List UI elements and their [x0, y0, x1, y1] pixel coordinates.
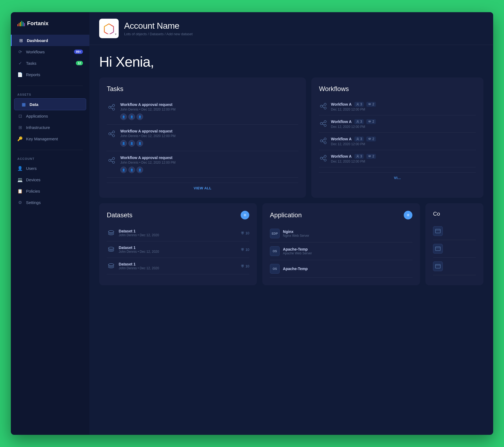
sidebar-item-settings[interactable]: ⚙ Settings	[11, 197, 89, 208]
dataset-name: Dataset 1	[119, 245, 237, 250]
workflow-item: Workflow A 3 2 Dec 12, 2020 12:00 PM	[319, 150, 476, 167]
app-icon-apache1: OS	[270, 246, 280, 256]
dataset-name: Dataset 1	[119, 229, 237, 233]
app-name: Apache-Temp	[283, 247, 412, 251]
app-item-partial	[433, 240, 476, 258]
app-item-partial	[433, 222, 476, 240]
svg-rect-58	[435, 247, 440, 251]
app-item: OS Apache-Temp	[270, 260, 412, 278]
logo-area: Fortanix	[11, 20, 89, 35]
app-icon-apache2: OS	[270, 264, 280, 274]
sidebar-item-applications[interactable]: ⊡ Applications	[11, 110, 89, 122]
sidebar-item-tasks[interactable]: ✓ Tasks 12	[11, 57, 89, 69]
svg-point-11	[109, 159, 111, 161]
svg-rect-56	[435, 229, 440, 233]
workflow-icon	[319, 154, 328, 163]
workflow-title-row: Workflow A 3 2	[331, 137, 476, 141]
workflow-users-badge: 3	[354, 119, 364, 124]
avatar: 👤	[137, 167, 143, 173]
workflow-item: Workflow A 3 2 Dec 12, 2020 12:00 PM	[319, 133, 476, 150]
dataset-icon	[107, 245, 115, 254]
account-logo-box[interactable]: ▾	[99, 19, 119, 38]
svg-line-26	[322, 122, 324, 123]
header-title-block: Account Name Lots of objects / Datasets …	[124, 21, 483, 36]
app-name: Apache-Temp	[283, 267, 412, 271]
app-sub: Nginx Web Server	[283, 234, 412, 238]
divider-1	[17, 86, 83, 86]
dataset-icon	[107, 262, 115, 270]
bottom-cards-row: Datasets + Dataset 1 John Dennis • Dec 1…	[99, 203, 483, 285]
workflow-users-badge: 3	[354, 102, 364, 107]
add-application-button[interactable]: +	[404, 211, 412, 219]
tasks-card: Tasks Workflow A approval request John D…	[99, 77, 306, 198]
svg-line-19	[322, 105, 324, 106]
workflows-card: Workflows Workflow A 3 2	[311, 77, 483, 198]
task-item: Workflow A approval request John Dennis …	[107, 125, 298, 151]
settings-icon: ⚙	[17, 200, 23, 205]
svg-point-31	[324, 138, 326, 140]
app-content: Apache-Temp	[283, 267, 412, 271]
workflows-card-title: Workflows	[319, 85, 476, 93]
applications-card-title: Application	[270, 211, 302, 219]
dataset-count: 10	[241, 264, 249, 268]
account-logo-symbol	[103, 23, 115, 34]
avatar: 👤	[120, 167, 127, 173]
svg-point-30	[320, 140, 322, 142]
add-dataset-button[interactable]: +	[241, 211, 249, 219]
task-content: Workflow A approval request John Dennis …	[120, 129, 298, 147]
assets-label: ASSETS	[11, 89, 89, 98]
sidebar-item-infrastructure[interactable]: ⊞ Infrastructure	[11, 122, 89, 133]
workflows-view-all[interactable]: VI...	[319, 172, 476, 180]
task-item: Workflow A approval request John Dennis …	[107, 98, 298, 125]
tasks-view-all[interactable]: VIEW ALL	[107, 183, 298, 190]
workflow-date: Dec 12, 2020 12:00 PM	[331, 142, 476, 146]
svg-point-2	[112, 104, 115, 106]
workflow-datasets-badge: 2	[366, 119, 376, 124]
account-section: ACCOUNT 👤 Users 💻 Devices 📋 Policies ⚙ S…	[11, 153, 89, 208]
svg-point-28	[357, 121, 358, 122]
task-meta: John Dennis • Dec 12, 2020 12:00 PM	[120, 161, 298, 164]
svg-point-39	[324, 159, 326, 161]
account-name: Account Name	[124, 21, 483, 31]
dataset-content: Dataset 1 John Dennis • Dec 12, 2020	[119, 262, 237, 270]
workflow-icon	[319, 119, 328, 128]
app-icon-partial3	[433, 261, 443, 271]
sidebar-item-policies[interactable]: 📋 Policies	[11, 185, 89, 197]
sidebar-item-workflows[interactable]: ⟳ Workflows 99+	[11, 46, 89, 57]
sidebar-item-reports[interactable]: 📄 Reports	[11, 69, 89, 80]
task-meta: John Dennis • Dec 12, 2020 12:00 PM	[120, 108, 298, 111]
workflow-title-row: Workflow A 3 2	[331, 102, 476, 107]
sidebar-item-data[interactable]: ▦ Data	[14, 98, 86, 110]
sidebar-item-dashboard[interactable]: ⊞ Dashboard	[11, 35, 89, 46]
workflow-users-badge: 3	[354, 154, 364, 159]
task-avatars: 👤 👤 👤	[120, 140, 298, 147]
svg-line-33	[322, 140, 324, 140]
data-icon: ▦	[21, 102, 26, 107]
task-title: Workflow A approval request	[120, 102, 298, 107]
workflow-content: Workflow A 3 2 Dec 12, 2020 12:00 PM	[331, 102, 476, 111]
svg-line-9	[111, 132, 112, 133]
sidebar-item-key-management[interactable]: 🔑 Key Management	[11, 133, 89, 144]
sidebar-item-devices[interactable]: 💻 Devices	[11, 174, 89, 185]
sidebar-item-users[interactable]: 👤 Users	[11, 163, 89, 174]
third-card-header: Co	[433, 211, 476, 217]
svg-point-25	[324, 124, 326, 127]
avatar: 👤	[137, 140, 143, 147]
svg-point-21	[357, 103, 358, 105]
workflow-name: Workflow A	[331, 154, 351, 158]
app-name: Nginx	[283, 229, 412, 234]
svg-marker-0	[104, 24, 114, 34]
dashboard-icon: ⊞	[18, 38, 24, 43]
workflow-content: Workflow A 3 2 Dec 12, 2020 12:00 PM	[331, 137, 476, 146]
avatar: 👤	[137, 114, 143, 120]
svg-point-55	[242, 266, 243, 267]
workflows-badge: 99+	[74, 50, 83, 54]
app-item-partial	[433, 258, 476, 275]
svg-line-34	[322, 141, 324, 142]
app-item: OS Apache-Temp Apache Web Server	[270, 242, 412, 260]
svg-line-4	[111, 106, 112, 107]
dataset-meta: John Dennis • Dec 12, 2020	[119, 266, 237, 270]
avatar: 👤	[120, 114, 127, 120]
avatar: 👤	[120, 140, 127, 147]
assets-section: ASSETS ▦ Data ⊡ Applications ⊞ Infrastru…	[11, 89, 89, 144]
